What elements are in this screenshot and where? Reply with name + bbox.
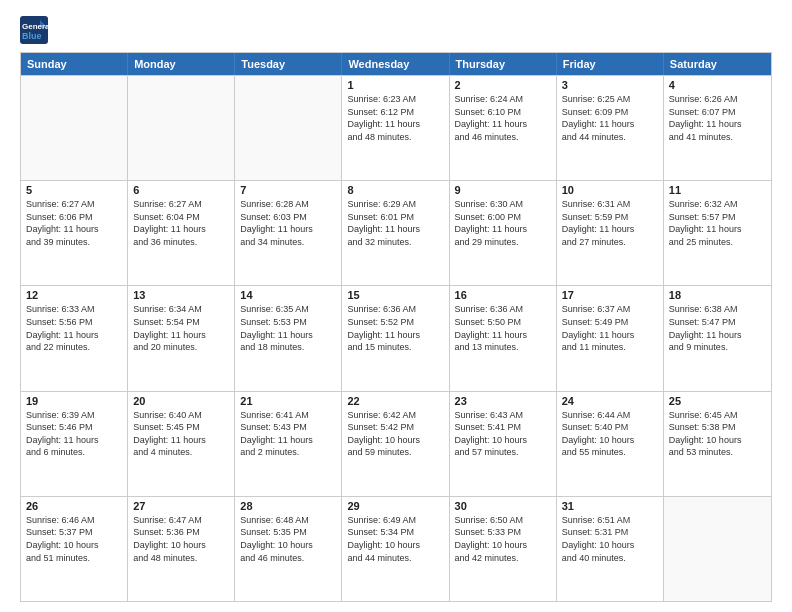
calendar-row: 12Sunrise: 6:33 AM Sunset: 5:56 PM Dayli… <box>21 285 771 390</box>
day-number: 23 <box>455 395 551 407</box>
calendar-cell: 16Sunrise: 6:36 AM Sunset: 5:50 PM Dayli… <box>450 286 557 390</box>
weekday-header: Saturday <box>664 53 771 75</box>
cell-info: Sunrise: 6:32 AM Sunset: 5:57 PM Dayligh… <box>669 198 766 248</box>
cell-info: Sunrise: 6:51 AM Sunset: 5:31 PM Dayligh… <box>562 514 658 564</box>
cell-info: Sunrise: 6:36 AM Sunset: 5:50 PM Dayligh… <box>455 303 551 353</box>
calendar-cell: 13Sunrise: 6:34 AM Sunset: 5:54 PM Dayli… <box>128 286 235 390</box>
calendar-cell: 8Sunrise: 6:29 AM Sunset: 6:01 PM Daylig… <box>342 181 449 285</box>
cell-info: Sunrise: 6:29 AM Sunset: 6:01 PM Dayligh… <box>347 198 443 248</box>
day-number: 3 <box>562 79 658 91</box>
calendar-cell: 19Sunrise: 6:39 AM Sunset: 5:46 PM Dayli… <box>21 392 128 496</box>
cell-info: Sunrise: 6:36 AM Sunset: 5:52 PM Dayligh… <box>347 303 443 353</box>
calendar-cell: 20Sunrise: 6:40 AM Sunset: 5:45 PM Dayli… <box>128 392 235 496</box>
cell-info: Sunrise: 6:41 AM Sunset: 5:43 PM Dayligh… <box>240 409 336 459</box>
day-number: 28 <box>240 500 336 512</box>
calendar-cell <box>235 76 342 180</box>
cell-info: Sunrise: 6:26 AM Sunset: 6:07 PM Dayligh… <box>669 93 766 143</box>
day-number: 15 <box>347 289 443 301</box>
day-number: 27 <box>133 500 229 512</box>
day-number: 30 <box>455 500 551 512</box>
cell-info: Sunrise: 6:27 AM Sunset: 6:06 PM Dayligh… <box>26 198 122 248</box>
calendar-cell: 26Sunrise: 6:46 AM Sunset: 5:37 PM Dayli… <box>21 497 128 601</box>
cell-info: Sunrise: 6:34 AM Sunset: 5:54 PM Dayligh… <box>133 303 229 353</box>
weekday-header: Monday <box>128 53 235 75</box>
calendar-row: 19Sunrise: 6:39 AM Sunset: 5:46 PM Dayli… <box>21 391 771 496</box>
calendar-cell: 31Sunrise: 6:51 AM Sunset: 5:31 PM Dayli… <box>557 497 664 601</box>
calendar-cell: 27Sunrise: 6:47 AM Sunset: 5:36 PM Dayli… <box>128 497 235 601</box>
day-number: 2 <box>455 79 551 91</box>
calendar-cell: 7Sunrise: 6:28 AM Sunset: 6:03 PM Daylig… <box>235 181 342 285</box>
day-number: 10 <box>562 184 658 196</box>
logo-icon: General Blue <box>20 16 50 44</box>
calendar-row: 26Sunrise: 6:46 AM Sunset: 5:37 PM Dayli… <box>21 496 771 601</box>
day-number: 26 <box>26 500 122 512</box>
day-number: 1 <box>347 79 443 91</box>
cell-info: Sunrise: 6:33 AM Sunset: 5:56 PM Dayligh… <box>26 303 122 353</box>
calendar-cell: 10Sunrise: 6:31 AM Sunset: 5:59 PM Dayli… <box>557 181 664 285</box>
calendar-cell: 29Sunrise: 6:49 AM Sunset: 5:34 PM Dayli… <box>342 497 449 601</box>
calendar-cell: 18Sunrise: 6:38 AM Sunset: 5:47 PM Dayli… <box>664 286 771 390</box>
calendar-cell: 15Sunrise: 6:36 AM Sunset: 5:52 PM Dayli… <box>342 286 449 390</box>
day-number: 18 <box>669 289 766 301</box>
day-number: 5 <box>26 184 122 196</box>
calendar-cell: 23Sunrise: 6:43 AM Sunset: 5:41 PM Dayli… <box>450 392 557 496</box>
logo: General Blue <box>20 16 50 44</box>
cell-info: Sunrise: 6:38 AM Sunset: 5:47 PM Dayligh… <box>669 303 766 353</box>
calendar-cell: 14Sunrise: 6:35 AM Sunset: 5:53 PM Dayli… <box>235 286 342 390</box>
day-number: 21 <box>240 395 336 407</box>
calendar: SundayMondayTuesdayWednesdayThursdayFrid… <box>20 52 772 602</box>
calendar-cell: 22Sunrise: 6:42 AM Sunset: 5:42 PM Dayli… <box>342 392 449 496</box>
calendar-cell <box>664 497 771 601</box>
weekday-header: Friday <box>557 53 664 75</box>
calendar-header: SundayMondayTuesdayWednesdayThursdayFrid… <box>21 53 771 75</box>
cell-info: Sunrise: 6:50 AM Sunset: 5:33 PM Dayligh… <box>455 514 551 564</box>
cell-info: Sunrise: 6:28 AM Sunset: 6:03 PM Dayligh… <box>240 198 336 248</box>
day-number: 19 <box>26 395 122 407</box>
day-number: 17 <box>562 289 658 301</box>
svg-text:Blue: Blue <box>22 31 42 41</box>
cell-info: Sunrise: 6:25 AM Sunset: 6:09 PM Dayligh… <box>562 93 658 143</box>
calendar-row: 1Sunrise: 6:23 AM Sunset: 6:12 PM Daylig… <box>21 75 771 180</box>
weekday-header: Tuesday <box>235 53 342 75</box>
day-number: 6 <box>133 184 229 196</box>
cell-info: Sunrise: 6:40 AM Sunset: 5:45 PM Dayligh… <box>133 409 229 459</box>
day-number: 24 <box>562 395 658 407</box>
cell-info: Sunrise: 6:27 AM Sunset: 6:04 PM Dayligh… <box>133 198 229 248</box>
calendar-cell: 6Sunrise: 6:27 AM Sunset: 6:04 PM Daylig… <box>128 181 235 285</box>
cell-info: Sunrise: 6:24 AM Sunset: 6:10 PM Dayligh… <box>455 93 551 143</box>
cell-info: Sunrise: 6:37 AM Sunset: 5:49 PM Dayligh… <box>562 303 658 353</box>
calendar-cell: 30Sunrise: 6:50 AM Sunset: 5:33 PM Dayli… <box>450 497 557 601</box>
day-number: 20 <box>133 395 229 407</box>
calendar-body: 1Sunrise: 6:23 AM Sunset: 6:12 PM Daylig… <box>21 75 771 601</box>
calendar-cell: 17Sunrise: 6:37 AM Sunset: 5:49 PM Dayli… <box>557 286 664 390</box>
page: General Blue SundayMondayTuesdayWednesda… <box>0 0 792 612</box>
day-number: 8 <box>347 184 443 196</box>
day-number: 16 <box>455 289 551 301</box>
day-number: 9 <box>455 184 551 196</box>
day-number: 29 <box>347 500 443 512</box>
weekday-header: Thursday <box>450 53 557 75</box>
weekday-header: Sunday <box>21 53 128 75</box>
calendar-cell: 1Sunrise: 6:23 AM Sunset: 6:12 PM Daylig… <box>342 76 449 180</box>
day-number: 25 <box>669 395 766 407</box>
calendar-cell: 24Sunrise: 6:44 AM Sunset: 5:40 PM Dayli… <box>557 392 664 496</box>
calendar-cell: 28Sunrise: 6:48 AM Sunset: 5:35 PM Dayli… <box>235 497 342 601</box>
svg-text:General: General <box>22 22 50 31</box>
calendar-cell <box>128 76 235 180</box>
calendar-cell: 5Sunrise: 6:27 AM Sunset: 6:06 PM Daylig… <box>21 181 128 285</box>
calendar-cell: 21Sunrise: 6:41 AM Sunset: 5:43 PM Dayli… <box>235 392 342 496</box>
cell-info: Sunrise: 6:46 AM Sunset: 5:37 PM Dayligh… <box>26 514 122 564</box>
cell-info: Sunrise: 6:42 AM Sunset: 5:42 PM Dayligh… <box>347 409 443 459</box>
cell-info: Sunrise: 6:35 AM Sunset: 5:53 PM Dayligh… <box>240 303 336 353</box>
cell-info: Sunrise: 6:31 AM Sunset: 5:59 PM Dayligh… <box>562 198 658 248</box>
cell-info: Sunrise: 6:44 AM Sunset: 5:40 PM Dayligh… <box>562 409 658 459</box>
header: General Blue <box>20 16 772 44</box>
cell-info: Sunrise: 6:45 AM Sunset: 5:38 PM Dayligh… <box>669 409 766 459</box>
day-number: 11 <box>669 184 766 196</box>
day-number: 4 <box>669 79 766 91</box>
cell-info: Sunrise: 6:39 AM Sunset: 5:46 PM Dayligh… <box>26 409 122 459</box>
calendar-cell: 12Sunrise: 6:33 AM Sunset: 5:56 PM Dayli… <box>21 286 128 390</box>
weekday-header: Wednesday <box>342 53 449 75</box>
calendar-cell: 2Sunrise: 6:24 AM Sunset: 6:10 PM Daylig… <box>450 76 557 180</box>
cell-info: Sunrise: 6:48 AM Sunset: 5:35 PM Dayligh… <box>240 514 336 564</box>
